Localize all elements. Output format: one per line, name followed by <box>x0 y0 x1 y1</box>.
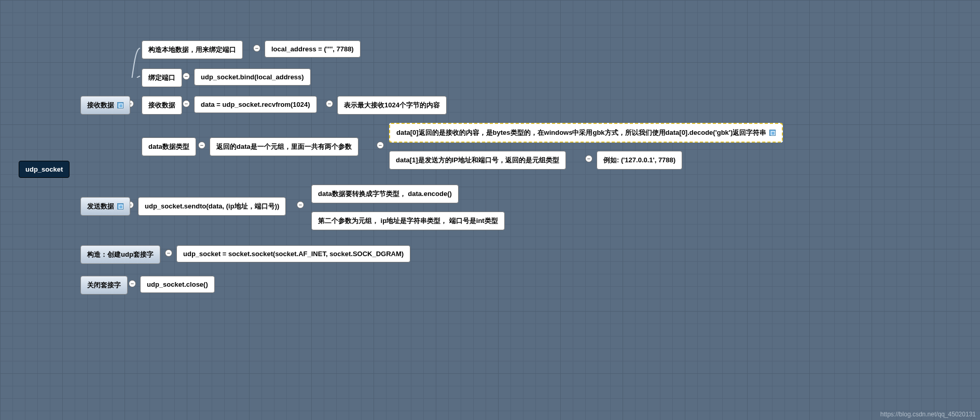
leaf-send-p1[interactable]: data数据要转换成字节类型， data.encode() <box>311 185 459 203</box>
code: udp_socket.close() <box>147 281 208 288</box>
leaf-recvfrom-code[interactable]: data = udp_socket.recvfrom(1024) <box>194 96 317 113</box>
collapse-icon[interactable]: − <box>198 142 205 149</box>
leaf-data1[interactable]: data[1]是发送方的IP地址和端口号，返回的是元组类型 <box>389 151 566 170</box>
watermark: https://blog.csdn.net/qq_45020131 <box>880 411 976 418</box>
leaf-bind-port[interactable]: 绑定端口 <box>142 68 182 87</box>
leaf-local-address-code[interactable]: local_address = ('''', 7788) <box>265 40 361 58</box>
p2: 第二个参数为元组， ip地址是字符串类型， 端口号是int类型 <box>318 216 498 226</box>
ret: 返回的data是一个元组，里面一共有两个参数 <box>216 142 352 151</box>
collapse-icon[interactable]: − <box>165 249 172 257</box>
collapse-icon[interactable]: − <box>297 201 304 208</box>
collapse-icon[interactable]: − <box>129 280 136 287</box>
code: udp_socket.bind(local_address) <box>201 73 304 81</box>
leaf-construct-local[interactable]: 构造本地数据，用来绑定端口 <box>142 40 243 59</box>
label: 绑定端口 <box>148 73 175 82</box>
note: 表示最大接收1024个字节的内容 <box>344 101 440 110</box>
collapse-icon[interactable]: − <box>377 142 384 149</box>
d0: data[0]返回的是接收的内容，是bytes类型的，在windows中采用gb… <box>396 128 766 137</box>
watermark-text: https://blog.csdn.net/qq_45020131 <box>880 411 976 418</box>
branch-receive-label: 接收数据 <box>87 101 114 110</box>
leaf-sendto-code[interactable]: udp_socket.sendto(data, (ip地址，端口号)) <box>138 197 286 216</box>
code: udp_socket = socket.socket(socket.AF_INE… <box>183 250 404 258</box>
branch-close-label: 关闭套接字 <box>87 281 121 290</box>
leaf-example[interactable]: 例如: ('127.0.0.1', 7788) <box>597 151 682 170</box>
note-icon <box>117 203 123 209</box>
collapse-icon[interactable]: − <box>253 45 260 52</box>
root-label: udp_socket <box>25 165 63 173</box>
leaf-data-return[interactable]: 返回的data是一个元组，里面一共有两个参数 <box>210 137 358 156</box>
p1: data数据要转换成字节类型， data.encode() <box>318 189 452 199</box>
leaf-receive-data[interactable]: 接收数据 <box>142 96 182 115</box>
branch-send[interactable]: 发送数据 <box>80 197 130 216</box>
ex: 例如: ('127.0.0.1', 7788) <box>603 156 675 165</box>
collapse-icon[interactable]: − <box>183 73 190 80</box>
connector-wires <box>0 0 156 78</box>
branch-send-label: 发送数据 <box>87 202 114 211</box>
leaf-close-code[interactable]: udp_socket.close() <box>140 276 215 293</box>
root-node[interactable]: udp_socket <box>19 161 70 178</box>
d1: data[1]是发送方的IP地址和端口号，返回的是元组类型 <box>396 156 559 165</box>
collapse-icon[interactable]: − <box>585 155 592 162</box>
leaf-recv-note[interactable]: 表示最大接收1024个字节的内容 <box>337 96 447 115</box>
note-icon <box>769 130 776 136</box>
leaf-send-p2[interactable]: 第二个参数为元组， ip地址是字符串类型， 端口号是int类型 <box>311 212 505 230</box>
label: data数据类型 <box>148 142 189 151</box>
label: 构造本地数据，用来绑定端口 <box>148 45 236 54</box>
branch-make-label: 构造：创建udp套接字 <box>87 250 154 259</box>
code: udp_socket.sendto(data, (ip地址，端口号)) <box>145 202 279 211</box>
branch-close[interactable]: 关闭套接字 <box>80 276 128 295</box>
leaf-make-code[interactable]: udp_socket = socket.socket(socket.AF_INE… <box>176 245 410 262</box>
leaf-bind-code[interactable]: udp_socket.bind(local_address) <box>194 68 311 86</box>
code: local_address = ('''', 7788) <box>271 45 354 53</box>
code: data = udp_socket.recvfrom(1024) <box>201 101 310 108</box>
branch-make[interactable]: 构造：创建udp套接字 <box>80 245 160 264</box>
label: 接收数据 <box>148 101 175 110</box>
collapse-icon[interactable]: − <box>326 100 333 107</box>
leaf-data-type[interactable]: data数据类型 <box>142 137 196 156</box>
note-icon <box>117 102 123 108</box>
branch-receive[interactable]: 接收数据 <box>80 96 130 115</box>
leaf-data0-selected[interactable]: data[0]返回的是接收的内容，是bytes类型的，在windows中采用gb… <box>389 123 783 143</box>
collapse-icon[interactable]: − <box>183 100 190 107</box>
